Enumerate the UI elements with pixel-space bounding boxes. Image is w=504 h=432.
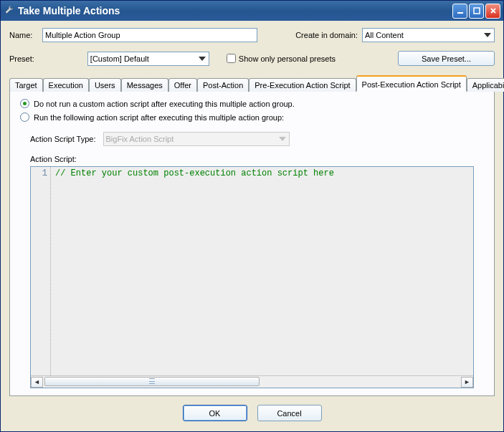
scroll-left-icon[interactable]: ◄ xyxy=(31,377,43,388)
show-personal-label: Show only personal presets xyxy=(239,54,336,63)
tab-users[interactable]: Users xyxy=(89,78,121,92)
tab-post-execution-script[interactable]: Post-Execution Action Script xyxy=(356,75,467,92)
radio-no-script-row[interactable]: Do not run a custom action script after … xyxy=(20,99,484,108)
preset-label: Preset: xyxy=(9,54,34,63)
script-label: Action Script: xyxy=(30,155,484,163)
tab-post-action[interactable]: Post-Action xyxy=(197,78,249,92)
tab-pre-execution-script[interactable]: Pre-Execution Action Script xyxy=(249,78,356,92)
cancel-button[interactable]: Cancel xyxy=(257,405,322,421)
preset-select[interactable]: [Custom] Default xyxy=(87,52,209,66)
tab-offer[interactable]: Offer xyxy=(168,78,197,92)
wrench-icon xyxy=(4,5,15,16)
svg-rect-0 xyxy=(457,12,463,14)
name-label: Name: xyxy=(9,31,38,39)
tab-panel: Do not run a custom action script after … xyxy=(9,92,495,396)
editor-code[interactable]: // Enter your custom post-execution acti… xyxy=(51,167,473,375)
radio-run-script[interactable] xyxy=(20,112,29,122)
titlebar[interactable]: Take Multiple Actions xyxy=(1,1,503,21)
domain-label: Create in domain: xyxy=(295,31,358,39)
radio-run-script-label: Run the following action script after ex… xyxy=(34,113,284,122)
tab-applicability[interactable]: Applicability xyxy=(467,78,504,92)
minimize-button[interactable] xyxy=(452,4,467,19)
close-button[interactable] xyxy=(485,4,500,19)
show-personal-checkbox-wrap[interactable]: Show only personal presets xyxy=(227,54,336,63)
tab-execution[interactable]: Execution xyxy=(43,78,89,92)
window-title: Take Multiple Actions xyxy=(18,5,452,16)
tab-messages[interactable]: Messages xyxy=(121,78,168,92)
editor-hscrollbar[interactable]: ◄ ► xyxy=(31,375,473,388)
scroll-right-icon[interactable]: ► xyxy=(461,377,473,388)
scroll-track[interactable] xyxy=(43,377,461,388)
script-type-label: Action Script Type: xyxy=(30,135,96,143)
domain-select[interactable]: All Content xyxy=(362,28,495,42)
tabs: Target Execution Users Messages Offer Po… xyxy=(9,75,495,92)
show-personal-checkbox[interactable] xyxy=(227,54,236,63)
script-type-select: BigFix Action Script xyxy=(103,132,290,146)
save-preset-button[interactable]: Save Preset... xyxy=(398,51,495,66)
radio-no-script[interactable] xyxy=(20,99,29,108)
ok-button[interactable]: OK xyxy=(183,405,247,421)
name-input[interactable] xyxy=(42,28,257,42)
radio-no-script-label: Do not run a custom action script after … xyxy=(34,100,295,108)
svg-rect-1 xyxy=(474,8,480,14)
editor-gutter: 1 xyxy=(31,167,51,375)
scroll-thumb[interactable] xyxy=(44,377,260,386)
script-editor[interactable]: 1 // Enter your custom post-execution ac… xyxy=(30,166,474,388)
tab-target[interactable]: Target xyxy=(9,78,43,92)
radio-run-script-row[interactable]: Run the following action script after ex… xyxy=(20,112,484,122)
dialog-window: Take Multiple Actions Name: Create in do… xyxy=(0,0,504,432)
maximize-button[interactable] xyxy=(469,4,484,19)
